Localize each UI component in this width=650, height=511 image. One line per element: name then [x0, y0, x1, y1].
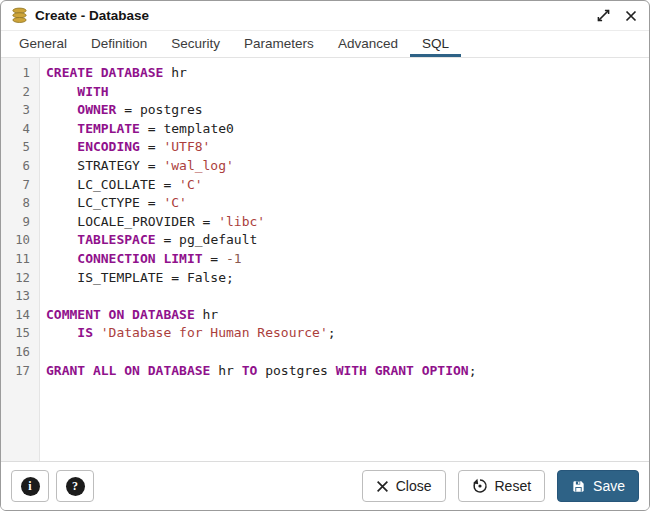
code-token: LC_COLLATE = — [46, 177, 179, 192]
code-line: GRANT ALL ON DATABASE hr TO postgres WIT… — [46, 362, 649, 381]
code-token: 'Database for Human Resource' — [101, 325, 328, 340]
save-icon — [571, 479, 586, 494]
code-token: STRATEGY = — [46, 158, 163, 173]
code-token: TABLESPACE — [77, 232, 155, 247]
save-button[interactable]: Save — [557, 470, 639, 502]
code-token: = — [140, 139, 163, 154]
info-button[interactable]: i — [11, 470, 49, 502]
titlebar: Create - Database — [1, 1, 649, 31]
code-line: CONNECTION LIMIT = -1 — [46, 250, 649, 269]
line-number: 5 — [1, 138, 39, 157]
reset-button[interactable]: Reset — [458, 470, 546, 502]
code-line — [46, 343, 649, 362]
code-line: LC_COLLATE = 'C' — [46, 176, 649, 195]
code-token: GRANT ALL ON DATABASE — [46, 363, 210, 378]
code-token: LOCALE_PROVIDER = — [46, 214, 218, 229]
line-number: 11 — [1, 250, 39, 269]
close-x-icon — [376, 480, 389, 493]
close-icon[interactable] — [625, 10, 637, 22]
dialog-title: Create - Database — [35, 8, 149, 23]
tab-definition[interactable]: Definition — [79, 31, 159, 57]
code-area: CREATE DATABASE hr WITH OWNER = postgres… — [40, 58, 649, 461]
code-token: IS — [77, 325, 93, 340]
line-number: 1 — [1, 64, 39, 83]
database-icon — [11, 7, 28, 24]
code-token — [46, 84, 77, 99]
code-token: WITH GRANT OPTION — [336, 363, 469, 378]
line-number: 9 — [1, 213, 39, 232]
code-token — [46, 102, 77, 117]
close-button-label: Close — [396, 478, 432, 494]
code-token: TO — [242, 363, 258, 378]
code-token: hr — [210, 363, 241, 378]
reset-icon — [472, 478, 488, 494]
line-number: 14 — [1, 306, 39, 325]
info-icon: i — [21, 477, 40, 496]
code-token: 'C' — [163, 195, 186, 210]
line-number: 16 — [1, 343, 39, 362]
code-token — [46, 121, 77, 136]
tab-advanced[interactable]: Advanced — [326, 31, 410, 57]
code-token: hr — [195, 307, 218, 322]
code-token — [93, 325, 101, 340]
tab-security[interactable]: Security — [159, 31, 232, 57]
code-line: TABLESPACE = pg_default — [46, 231, 649, 250]
code-token: OWNER — [77, 102, 116, 117]
code-token: hr — [163, 65, 186, 80]
close-button[interactable]: Close — [362, 470, 446, 502]
code-token: TEMPLATE — [77, 121, 140, 136]
code-token: CONNECTION LIMIT — [77, 251, 202, 266]
line-number: 13 — [1, 287, 39, 306]
reset-button-label: Reset — [495, 478, 532, 494]
code-line: OWNER = postgres — [46, 101, 649, 120]
line-number: 17 — [1, 362, 39, 381]
line-number: 8 — [1, 194, 39, 213]
code-token: ; — [328, 325, 336, 340]
code-token — [46, 325, 77, 340]
maximize-icon[interactable] — [597, 9, 610, 22]
code-token: = template0 — [140, 121, 234, 136]
tab-bar: GeneralDefinitionSecurityParametersAdvan… — [1, 31, 649, 58]
code-line: COMMENT ON DATABASE hr — [46, 306, 649, 325]
code-token: -1 — [226, 251, 242, 266]
create-database-dialog: Create - Database GeneralDefinitionSecur… — [0, 0, 650, 511]
line-number: 4 — [1, 120, 39, 139]
code-token — [46, 232, 77, 247]
code-token: 'UTF8' — [163, 139, 210, 154]
line-number: 3 — [1, 101, 39, 120]
tab-general[interactable]: General — [7, 31, 79, 57]
code-line: LOCALE_PROVIDER = 'libc' — [46, 213, 649, 232]
line-number-gutter: 1234567891011121314151617 — [1, 58, 40, 461]
code-token: 'libc' — [218, 214, 265, 229]
code-line: IS 'Database for Human Resource'; — [46, 324, 649, 343]
code-token: COMMENT ON DATABASE — [46, 307, 195, 322]
help-button[interactable]: ? — [56, 470, 94, 502]
code-line: WITH — [46, 83, 649, 102]
code-token: postgres — [257, 363, 335, 378]
code-line: CREATE DATABASE hr — [46, 64, 649, 83]
code-line — [46, 287, 649, 306]
tab-sql[interactable]: SQL — [410, 31, 461, 57]
save-button-label: Save — [593, 478, 625, 494]
code-line: IS_TEMPLATE = False; — [46, 269, 649, 288]
code-token: = postgres — [116, 102, 202, 117]
code-token: WITH — [77, 84, 108, 99]
code-line: TEMPLATE = template0 — [46, 120, 649, 139]
line-number: 10 — [1, 231, 39, 250]
code-token: 'C' — [179, 177, 202, 192]
code-token: LC_CTYPE = — [46, 195, 163, 210]
line-number: 6 — [1, 157, 39, 176]
code-line: STRATEGY = 'wal_log' — [46, 157, 649, 176]
footer: i ? Close — [1, 461, 649, 510]
code-token: IS_TEMPLATE = False; — [46, 270, 234, 285]
code-token — [46, 139, 77, 154]
code-token: 'wal_log' — [163, 158, 233, 173]
code-line: ENCODING = 'UTF8' — [46, 138, 649, 157]
tab-parameters[interactable]: Parameters — [232, 31, 326, 57]
code-token: = pg_default — [156, 232, 258, 247]
line-number: 15 — [1, 324, 39, 343]
line-number: 7 — [1, 176, 39, 195]
code-token: = — [203, 251, 226, 266]
sql-editor[interactable]: 1234567891011121314151617 CREATE DATABAS… — [1, 58, 649, 461]
help-icon: ? — [66, 477, 85, 496]
